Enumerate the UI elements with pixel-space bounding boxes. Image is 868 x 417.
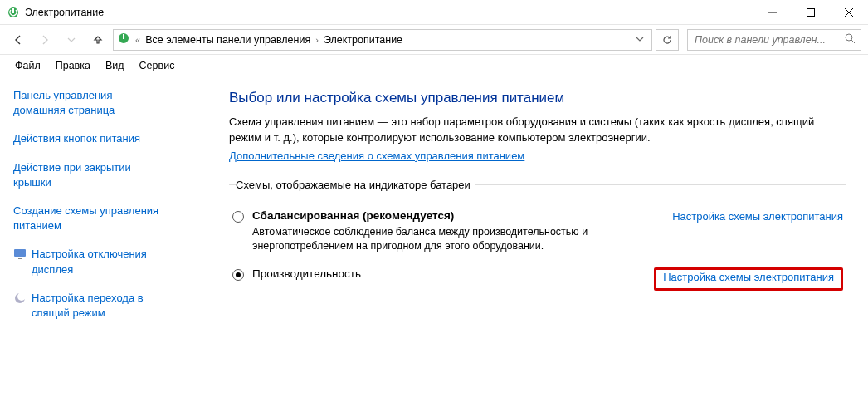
plan-balanced: Сбалансированная (рекомендуется) Автомат… [229, 203, 846, 261]
back-button[interactable] [7, 28, 30, 52]
titlebar: Электропитание [0, 0, 868, 25]
sidebar-label: Настройка перехода в [32, 292, 144, 304]
page-title: Выбор или настройка схемы управления пит… [229, 90, 846, 106]
sidebar-lid-close-action[interactable]: Действие при закрытии крышки [13, 160, 199, 190]
svg-point-8 [846, 34, 852, 41]
sidebar-label: домашняя страница [13, 104, 115, 116]
menu-file[interactable]: Файл [8, 58, 47, 73]
sidebar-label: Панель управления — [13, 89, 126, 101]
sidebar-label: дисплея [32, 263, 73, 276]
search-icon [845, 33, 856, 47]
breadcrumb-root[interactable]: « [135, 35, 140, 45]
sidebar-label: Действие при закрытии [13, 161, 131, 174]
sidebar-label: Создание схемы управления [13, 204, 158, 217]
chevron-right-icon: › [315, 35, 319, 45]
svg-rect-11 [18, 258, 22, 259]
window-buttons [753, 0, 868, 25]
power-options-icon [7, 6, 20, 19]
plans-group: Схемы, отображаемые на индикаторе батаре… [229, 179, 846, 297]
sidebar-display-off[interactable]: Настройка отключения дисплея [13, 247, 199, 277]
moon-icon [13, 292, 27, 305]
plan-balanced-configure-link[interactable]: Настройка схемы электропитания [672, 209, 843, 223]
recent-dropdown[interactable] [60, 28, 83, 52]
plan-performance-configure-link[interactable]: Настройка схемы электропитания [654, 267, 843, 291]
menu-edit[interactable]: Правка [49, 58, 97, 73]
refresh-button[interactable] [656, 29, 679, 51]
sidebar-cp-home[interactable]: Панель управления — домашняя страница [13, 88, 199, 118]
page-description: Схема управления питанием — это набор па… [229, 115, 846, 146]
close-button[interactable] [830, 0, 868, 25]
sidebar: Панель управления — домашняя страница Де… [0, 76, 207, 417]
menu-bar: Файл Правка Вид Сервис [0, 55, 868, 76]
content-area: Панель управления — домашняя страница Де… [0, 76, 868, 417]
svg-rect-3 [807, 8, 815, 16]
sidebar-label: крышки [13, 176, 51, 189]
forward-button[interactable] [33, 28, 56, 52]
window-title: Электропитание [25, 7, 753, 18]
plan-performance-radio[interactable] [232, 269, 244, 281]
up-button[interactable] [86, 28, 110, 52]
plan-name: Сбалансированная (рекомендуется) [252, 209, 454, 222]
address-history-dropdown[interactable] [631, 33, 648, 46]
svg-point-13 [17, 292, 26, 301]
sidebar-sleep-settings[interactable]: Настройка перехода в спящий режим [13, 291, 199, 321]
breadcrumb-all-cp-items[interactable]: Все элементы панели управления [145, 34, 310, 46]
nav-row: « Все элементы панели управления › Элект… [0, 25, 868, 55]
menu-view[interactable]: Вид [99, 58, 131, 73]
plan-balanced-radio[interactable] [232, 211, 244, 223]
monitor-icon [13, 248, 27, 261]
more-info-link[interactable]: Дополнительные сведения о схемах управле… [229, 150, 524, 162]
breadcrumb-power-options[interactable]: Электропитание [324, 34, 402, 46]
address-bar[interactable]: « Все элементы панели управления › Элект… [113, 29, 652, 51]
plan-description: Автоматическое соблюдение баланса между … [252, 225, 609, 254]
svg-rect-1 [12, 8, 14, 13]
plans-legend: Схемы, отображаемые на индикаторе батаре… [236, 179, 475, 191]
sidebar-create-plan[interactable]: Создание схемы управления питанием [13, 204, 199, 233]
power-options-icon [117, 32, 130, 47]
maximize-button[interactable] [792, 0, 830, 25]
search-input[interactable] [693, 33, 845, 47]
svg-rect-7 [123, 34, 124, 39]
svg-rect-10 [14, 249, 26, 257]
sidebar-label: питанием [13, 219, 61, 232]
sidebar-power-button-actions[interactable]: Действия кнопок питания [13, 131, 199, 146]
svg-line-9 [851, 40, 855, 43]
sidebar-label: Настройка отключения [32, 248, 147, 260]
main-panel: Выбор или настройка схемы управления пит… [207, 76, 868, 417]
sidebar-label: спящий режим [32, 307, 105, 319]
plan-name: Производительность [252, 267, 361, 280]
menu-service[interactable]: Сервис [133, 58, 182, 73]
plan-performance: Производительность Настройка схемы элект… [229, 261, 846, 297]
sidebar-label: Действия кнопок питания [13, 131, 140, 146]
search-box[interactable] [687, 29, 861, 51]
minimize-button[interactable] [753, 0, 792, 25]
